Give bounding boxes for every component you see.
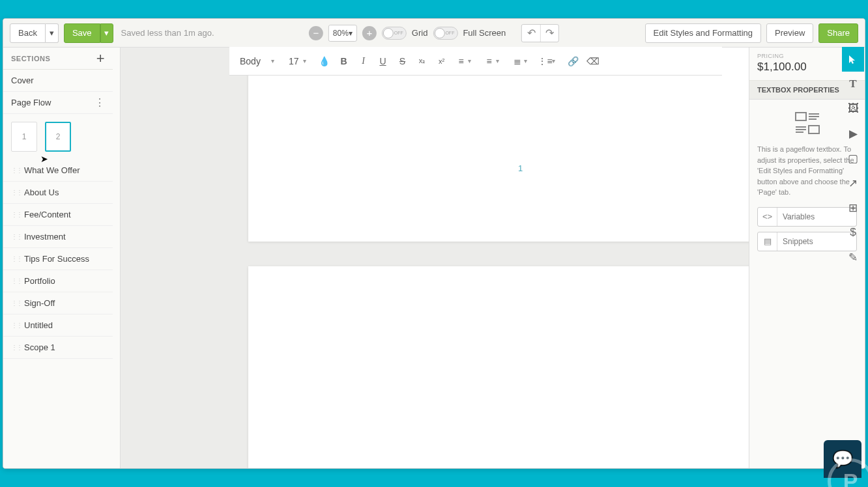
- redo-button[interactable]: ↷: [540, 25, 558, 42]
- line-tool[interactable]: ↗: [842, 171, 864, 195]
- zoom-in-button[interactable]: +: [362, 26, 377, 40]
- superscript-button[interactable]: x²: [433, 52, 451, 70]
- section-page-flow[interactable]: Page Flow ⋮: [3, 92, 113, 114]
- cursor-tool[interactable]: [842, 47, 864, 72]
- add-section-button[interactable]: +: [96, 50, 105, 67]
- snippets-icon: ▤: [758, 232, 777, 251]
- section-investment[interactable]: ⋮⋮Investment: [3, 226, 113, 248]
- back-caret[interactable]: ▾: [46, 23, 59, 43]
- subscript-button[interactable]: x₂: [413, 52, 431, 70]
- page-number: 1: [518, 163, 523, 173]
- page-2[interactable]: 🗑 💬 Click to add c...: [248, 266, 749, 468]
- section-portfolio[interactable]: ⋮⋮Portfolio: [3, 270, 113, 292]
- zoom-out-button[interactable]: −: [309, 26, 323, 40]
- canvas: 1 G 🗑 💬 Click to add c...: [121, 48, 749, 468]
- grid-toggle[interactable]: OFF: [382, 27, 407, 40]
- underline-button[interactable]: U: [374, 52, 392, 70]
- clear-format-button[interactable]: ⌫: [584, 52, 602, 70]
- strikethrough-button[interactable]: S: [394, 52, 412, 70]
- text-color-icon[interactable]: 💧: [315, 52, 334, 70]
- section-more-icon[interactable]: ⋮: [94, 96, 105, 109]
- grid-label: Grid: [412, 28, 428, 38]
- top-toolbar: Back ▾ Save ▾ Saved less than 1m ago. − …: [3, 19, 865, 48]
- section-what-we-offer[interactable]: ⋮⋮What We Offer: [3, 160, 113, 182]
- italic-button[interactable]: I: [354, 52, 373, 70]
- svg-rect-4: [809, 126, 819, 133]
- bold-button[interactable]: B: [335, 52, 353, 70]
- section-fee-content[interactable]: ⋮⋮Fee/Content: [3, 204, 113, 226]
- back-button[interactable]: Back: [10, 23, 46, 43]
- zoom-value[interactable]: 80% ▾: [328, 25, 357, 42]
- text-tool[interactable]: T: [842, 72, 864, 96]
- tool-rail: T 🖼 ▶ ▢ ↗ ⊞ $ ✎: [842, 47, 864, 270]
- video-tool[interactable]: ▶: [842, 121, 864, 146]
- sections-header: SECTIONS: [11, 55, 50, 63]
- image-tool[interactable]: 🖼: [842, 96, 864, 121]
- caret-down-icon: ▾: [303, 57, 306, 64]
- preview-button[interactable]: Preview: [766, 23, 813, 43]
- save-status: Saved less than 1m ago.: [121, 28, 214, 38]
- share-button[interactable]: Share: [818, 23, 858, 43]
- page-1[interactable]: 1 G: [248, 48, 749, 242]
- section-tips[interactable]: ⋮⋮Tips For Success: [3, 248, 113, 270]
- variables-icon: <>: [758, 208, 777, 226]
- edit-styles-button[interactable]: Edit Styles and Formatting: [645, 23, 761, 43]
- section-cover[interactable]: Cover: [3, 70, 113, 92]
- undo-button[interactable]: ↶: [522, 25, 540, 42]
- section-sign-off[interactable]: ⋮⋮Sign-Off: [3, 292, 113, 314]
- page-thumb-1[interactable]: 1: [11, 122, 37, 152]
- save-button[interactable]: Save: [64, 23, 100, 43]
- section-about-us[interactable]: ⋮⋮About Us: [3, 182, 113, 204]
- table-tool[interactable]: ⊞: [842, 195, 864, 220]
- svg-rect-0: [796, 113, 806, 120]
- text-style-select[interactable]: Body: [237, 53, 274, 69]
- fullscreen-toggle[interactable]: OFF: [433, 27, 457, 40]
- save-caret[interactable]: ▾: [100, 23, 113, 43]
- fullscreen-label: Full Screen: [463, 28, 506, 38]
- section-untitled[interactable]: ⋮⋮Untitled: [3, 314, 113, 337]
- page-thumb-2[interactable]: 2: [45, 122, 71, 152]
- section-scope-1[interactable]: ⋮⋮Scope 1: [3, 337, 113, 359]
- sections-sidebar: SECTIONS + Cover Page Flow ⋮ 1 2 ⋮⋮What …: [3, 48, 121, 468]
- shape-tool[interactable]: ▢: [842, 146, 864, 171]
- font-size-value[interactable]: 17: [289, 56, 299, 66]
- link-button[interactable]: 🔗: [564, 52, 583, 70]
- pricing-tool[interactable]: $: [842, 220, 864, 245]
- signature-tool[interactable]: ✎: [842, 245, 864, 270]
